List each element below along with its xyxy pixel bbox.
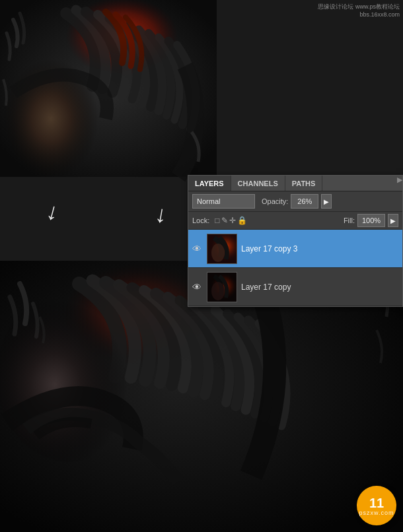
blend-mode-select[interactable]: Normal Dissolve Multiply Screen	[192, 194, 255, 209]
lock-all-icon[interactable]: 🔒	[237, 216, 247, 225]
site-badge: 11 pszxw.com	[357, 486, 396, 525]
blend-opacity-row: Normal Dissolve Multiply Screen Opacity:…	[188, 191, 402, 212]
fill-arrow-btn[interactable]: ▶	[388, 214, 398, 227]
svg-text:↓: ↓	[153, 200, 170, 229]
badge-number: 11	[369, 496, 384, 511]
layer-name-17copy: Layer 17 copy	[241, 283, 291, 292]
layer-visibility-icon[interactable]: 👁	[191, 244, 203, 254]
lock-label: Lock:	[192, 216, 209, 224]
layer-item-17copy[interactable]: 👁 Layer 17 copy	[188, 268, 402, 306]
lock-fill-row: Lock: □ ✎ ✛ 🔒 Fill: ▶	[188, 212, 402, 230]
panel-tabs: LAYERS CHANNELS PATHS ▶	[188, 176, 402, 191]
opacity-arrow-btn[interactable]: ▶	[321, 194, 332, 209]
panel-menu-arrow[interactable]: ▶	[397, 176, 402, 191]
lock-transparent-icon[interactable]: □	[215, 216, 219, 225]
layer-name-17copy3: Layer 17 copy 3	[241, 244, 297, 253]
opacity-input[interactable]: 26%	[291, 194, 318, 209]
layers-panel: LAYERS CHANNELS PATHS ▶ Normal Dissolve …	[188, 175, 403, 307]
layers-list: 👁 Layer 17 copy 3 👁	[188, 230, 402, 306]
svg-point-3	[3, 46, 109, 178]
tab-channels[interactable]: CHANNELS	[231, 176, 285, 191]
fill-label: Fill:	[344, 216, 355, 224]
tab-paths[interactable]: PATHS	[285, 176, 323, 191]
fill-input[interactable]	[357, 214, 385, 227]
tab-layers[interactable]: LAYERS	[188, 176, 231, 191]
svg-point-15	[211, 282, 225, 300]
lock-paint-icon[interactable]: ✎	[221, 216, 228, 225]
svg-point-2	[66, 0, 178, 76]
svg-rect-1	[0, 0, 217, 177]
watermark: 思缘设计论坛 www.ps教程论坛 bbs.16xx8.com	[318, 3, 400, 18]
badge-text: pszxw.com	[359, 510, 394, 516]
svg-point-12	[211, 244, 225, 262]
svg-text:↓: ↓	[44, 197, 62, 226]
opacity-label: Opacity:	[262, 197, 288, 205]
svg-rect-0	[0, 0, 217, 177]
lock-icons: □ ✎ ✛ 🔒	[215, 216, 246, 225]
svg-point-7	[0, 290, 142, 462]
layer-thumbnail-17copy3	[207, 234, 237, 264]
layer-thumbnail-17copy	[207, 272, 237, 302]
lock-move-icon[interactable]: ✛	[229, 216, 236, 225]
layer-visibility-icon-copy[interactable]: 👁	[191, 282, 203, 292]
layer-item-17copy3[interactable]: 👁 Layer 17 copy 3	[188, 230, 402, 268]
